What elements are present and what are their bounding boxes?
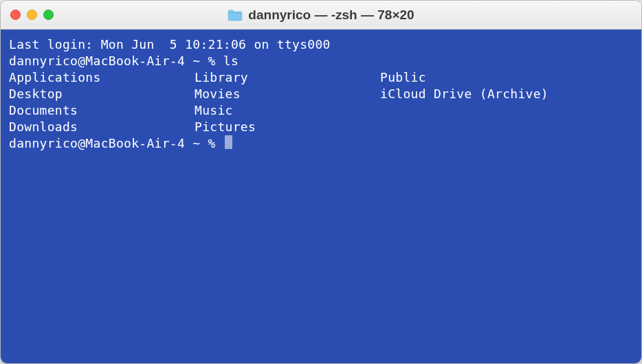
titlebar[interactable]: dannyrico — -zsh — 78×20: [1, 1, 641, 30]
prompt-text: dannyrico@MacBook-Air-4 ~ %: [9, 53, 223, 69]
title-area: dannyrico — -zsh — 78×20: [228, 8, 414, 23]
command-text: ls: [223, 53, 239, 69]
ls-item: Library: [195, 69, 380, 86]
terminal-window: dannyrico — -zsh — 78×20 Last login: Mon…: [0, 0, 642, 364]
prompt-line-2: dannyrico@MacBook-Air-4 ~ %: [9, 135, 633, 152]
window-title: dannyrico — -zsh — 78×20: [248, 8, 414, 23]
ls-item: Applications: [9, 69, 195, 86]
ls-item: Documents: [9, 102, 195, 119]
ls-item: Desktop: [9, 86, 195, 102]
last-login-line: Last login: Mon Jun 5 10:21:06 on ttys00…: [9, 36, 633, 53]
ls-item: Pictures: [195, 119, 380, 135]
prompt-text: dannyrico@MacBook-Air-4 ~ %: [9, 135, 223, 152]
traffic-lights: [1, 10, 54, 20]
terminal-body[interactable]: Last login: Mon Jun 5 10:21:06 on ttys00…: [1, 30, 641, 363]
prompt-line-1: dannyrico@MacBook-Air-4 ~ % ls: [9, 53, 633, 69]
folder-icon: [228, 9, 243, 21]
ls-item: Music: [195, 102, 380, 119]
ls-item: Public: [380, 69, 633, 86]
minimize-button[interactable]: [27, 10, 37, 20]
ls-output: Applications Library Public Desktop Movi…: [9, 69, 633, 135]
ls-item: Movies: [195, 86, 380, 102]
close-button[interactable]: [10, 10, 21, 20]
ls-item: [380, 102, 633, 119]
ls-item: [380, 119, 633, 135]
cursor: [225, 135, 232, 149]
ls-item: iCloud Drive (Archive): [380, 86, 633, 102]
zoom-button[interactable]: [43, 10, 54, 20]
ls-item: Downloads: [9, 119, 195, 135]
